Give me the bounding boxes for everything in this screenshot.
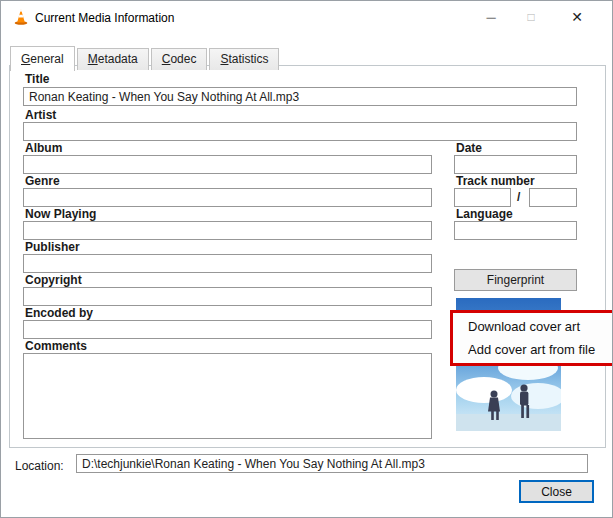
now-playing-input[interactable] (23, 221, 432, 240)
close-icon: ✕ (571, 9, 583, 25)
date-label: Date (456, 141, 482, 155)
title-bar: Current Media Information ─ □ ✕ (1, 1, 612, 35)
close-window-button[interactable]: ✕ (553, 2, 601, 32)
tab-codec[interactable]: Codec (151, 48, 208, 70)
track-number-label: Track number (456, 174, 535, 188)
now-playing-label: Now Playing (25, 207, 96, 221)
close-button[interactable]: Close (519, 480, 594, 503)
artist-label: Artist (25, 108, 56, 122)
album-label: Album (25, 141, 62, 155)
artist-input[interactable] (23, 122, 577, 141)
publisher-input[interactable] (23, 254, 432, 273)
comments-textarea[interactable] (23, 353, 432, 439)
location-label: Location: (15, 459, 64, 473)
minimize-icon: ─ (486, 10, 495, 25)
encoded-by-label: Encoded by (25, 306, 93, 320)
tab-metadata[interactable]: Metadata (77, 48, 149, 70)
maximize-icon: □ (527, 10, 534, 24)
fingerprint-button[interactable]: Fingerprint (454, 269, 577, 291)
language-input[interactable] (454, 221, 577, 240)
genre-input[interactable] (23, 188, 432, 207)
date-input[interactable] (454, 155, 577, 174)
vlc-cone-icon (12, 8, 30, 26)
genre-label: Genre (25, 174, 60, 188)
media-information-dialog: Current Media Information ─ □ ✕ General … (0, 0, 613, 518)
publisher-label: Publisher (25, 240, 80, 254)
copyright-input[interactable] (23, 287, 432, 306)
window-title: Current Media Information (35, 11, 174, 25)
title-label: Title (25, 72, 49, 86)
album-input[interactable] (23, 155, 432, 174)
maximize-button[interactable]: □ (511, 2, 551, 32)
tab-strip: General Metadata Codec Statistics (10, 46, 281, 70)
location-input[interactable] (76, 454, 588, 473)
cover-art-context-menu: Download cover art Add cover art from fi… (453, 313, 613, 363)
title-input[interactable] (23, 87, 577, 106)
copyright-label: Copyright (25, 273, 82, 287)
comments-label: Comments (25, 339, 87, 353)
encoded-by-input[interactable] (23, 320, 432, 339)
tab-general[interactable]: General (10, 46, 75, 71)
menu-item-add-cover-art-from-file[interactable]: Add cover art from file (453, 338, 613, 361)
track-number-input[interactable] (454, 188, 511, 207)
track-total-input[interactable] (529, 188, 577, 207)
menu-item-download-cover-art[interactable]: Download cover art (453, 315, 613, 338)
tab-statistics[interactable]: Statistics (209, 48, 279, 70)
minimize-button[interactable]: ─ (471, 2, 511, 32)
track-separator: / (517, 190, 520, 204)
language-label: Language (456, 207, 513, 221)
